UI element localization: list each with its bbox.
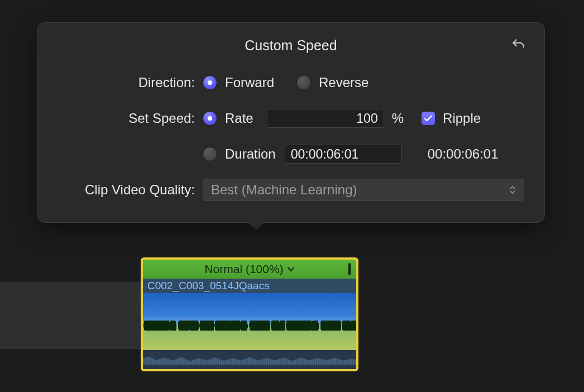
clip-speed-bar[interactable]: Normal (100%) xyxy=(143,260,356,279)
clip-speed-label: Normal (100%) xyxy=(204,262,283,276)
setspeed-duration-row: Duration 00:00:06:01 xyxy=(58,143,524,165)
quality-label: Clip Video Quality: xyxy=(58,182,203,198)
chevron-down-icon xyxy=(287,266,295,272)
setspeed-rate-controls: Rate % Ripple xyxy=(203,109,524,128)
direction-reverse-radio[interactable] xyxy=(296,75,311,90)
reset-button[interactable] xyxy=(509,35,528,54)
updown-icon xyxy=(507,179,518,200)
direction-reverse-label: Reverse xyxy=(319,75,368,90)
ripple-label: Ripple xyxy=(443,111,481,126)
clip-audio-waveform xyxy=(143,350,356,369)
speed-handle[interactable] xyxy=(348,263,351,275)
setspeed-duration-radio[interactable] xyxy=(203,147,217,161)
timeline-track[interactable] xyxy=(0,282,141,349)
quality-value: Best (Machine Learning) xyxy=(211,182,357,198)
clip-thumb xyxy=(285,293,356,350)
direction-forward-label: Forward xyxy=(225,75,274,90)
direction-label: Direction: xyxy=(58,75,203,90)
duration-readout: 00:00:06:01 xyxy=(428,146,499,162)
duration-input[interactable] xyxy=(285,145,402,164)
rate-input[interactable] xyxy=(267,109,384,128)
clip-name-label: C002_C003_0514JQaacs xyxy=(143,279,356,293)
clip-thumb xyxy=(214,293,285,350)
quality-select[interactable]: Best (Machine Learning) xyxy=(203,179,524,201)
setspeed-rate-row: Set Speed: Rate % Ripple xyxy=(58,107,524,130)
undo-icon xyxy=(511,37,525,52)
timeline-clip[interactable]: Normal (100%) C002_C003_0514JQaacs xyxy=(141,257,358,371)
direction-forward-radio[interactable] xyxy=(203,75,217,90)
popover-title: Custom Speed xyxy=(58,37,524,54)
setspeed-rate-label: Rate xyxy=(225,111,253,126)
check-icon xyxy=(424,114,433,123)
setspeed-duration-label: Duration xyxy=(225,146,276,162)
rate-unit: % xyxy=(392,111,404,126)
quality-controls: Best (Machine Learning) xyxy=(203,179,524,201)
direction-row: Direction: Forward Reverse xyxy=(58,71,524,94)
setspeed-duration-controls: Duration 00:00:06:01 xyxy=(203,145,524,164)
clip-thumb xyxy=(143,293,214,350)
setspeed-label: Set Speed: xyxy=(58,111,203,126)
clip-thumbnails xyxy=(143,293,356,350)
direction-controls: Forward Reverse xyxy=(203,75,524,90)
quality-row: Clip Video Quality: Best (Machine Learni… xyxy=(58,179,524,201)
custom-speed-popover: Custom Speed Direction: Forward Reverse … xyxy=(37,22,545,223)
ripple-checkbox[interactable] xyxy=(422,112,435,125)
setspeed-rate-radio[interactable] xyxy=(203,111,217,126)
